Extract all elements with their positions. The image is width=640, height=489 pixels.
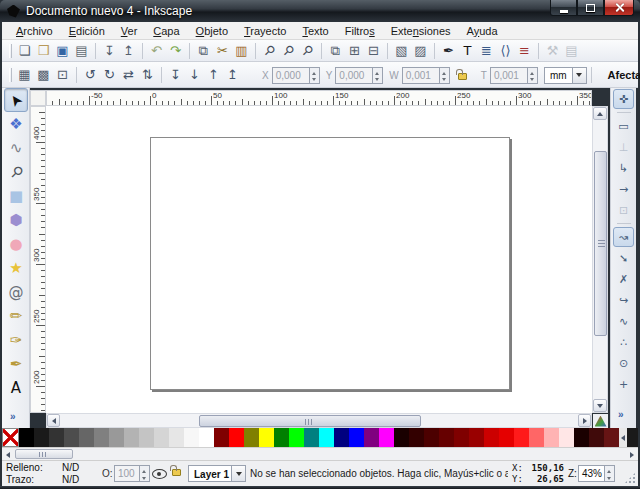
menu-item-edición[interactable]: Edición [61,24,113,38]
palette-swatch[interactable] [79,428,94,447]
palette-swatch[interactable] [334,428,349,447]
opacity-input[interactable]: 100 [114,465,140,482]
minimize-button[interactable] [550,0,577,16]
maximize-button[interactable] [577,0,604,16]
palette-swatch[interactable] [109,428,124,447]
node-tool-button[interactable]: ❖ [4,112,28,136]
spiral-tool-button[interactable]: @ [4,280,28,304]
vertical-ruler[interactable]: 400350300250200 [30,106,46,413]
fill-stroke-indicator[interactable]: Relleno: N/D Trazo: N/D [6,462,106,486]
toolbox-overflow-button[interactable]: » [10,411,16,422]
palette-swatch[interactable] [124,428,139,447]
palette-swatch[interactable] [64,428,79,447]
menu-item-extensiones[interactable]: Extensiones [383,24,459,38]
palette-swatch[interactable] [214,428,229,447]
palette-swatch[interactable] [439,428,454,447]
palette-swatch[interactable] [469,428,484,447]
snap-midpoints-button[interactable]: ∴ [613,332,634,352]
flip-horizontal-button[interactable]: ⇄ [119,65,138,84]
toolbar-grip[interactable] [9,68,12,82]
raise-to-top-button[interactable]: ↥ [223,65,242,84]
unlink-clone-button[interactable]: ⊟ [364,41,383,60]
palette-swatch[interactable] [454,428,469,447]
calligraphy-tool-button[interactable]: ✒ [4,352,28,376]
snap-object-centers-button[interactable]: ⊙ [613,353,634,373]
ungroup-button[interactable]: ▨ [411,41,430,60]
snap-bbox-edges-button[interactable]: ⊥ [613,137,634,157]
snap-bbox-corners-button[interactable]: ↳ [613,158,634,178]
snap-bbox-button[interactable]: ▭ [613,116,634,136]
raise-one-step-button[interactable]: ↑ [204,65,223,84]
y-input[interactable]: 0,000 [335,67,373,84]
preferences-button[interactable]: ⚒ [543,41,562,60]
xml-editor-button[interactable]: ⟨⟩ [496,41,515,60]
palette-scroll-left-button[interactable] [2,449,14,460]
palette-swatch[interactable] [394,428,409,447]
palette-swatch[interactable] [259,428,274,447]
select-all-button[interactable]: ▦ [15,65,34,84]
select-all-layers-button[interactable]: ▩ [34,65,53,84]
color-profile-toggle[interactable] [593,414,608,428]
menu-item-ayuda[interactable]: Ayuda [459,24,506,38]
menu-item-objeto[interactable]: Objeto [188,24,236,38]
width-input[interactable]: 0,001 [402,67,440,84]
horizontal-scrollbar[interactable] [46,413,592,428]
text-dialog-button[interactable]: T [458,41,477,60]
palette-swatch[interactable] [199,428,214,447]
zoom-to-page-button[interactable]: ⚲ [298,41,317,60]
palette-swatch[interactable] [349,428,364,447]
palette-swatch[interactable] [499,428,514,447]
snap-enable-button[interactable]: ✜ [613,89,634,109]
palette-swatch[interactable] [574,428,589,447]
create-clone-button[interactable]: ⊞ [345,41,364,60]
unit-selector[interactable]: mm [544,67,587,84]
pen-tool-button[interactable]: ✑ [4,328,28,352]
menu-item-ver[interactable]: Ver [113,24,146,38]
width-spinner[interactable] [440,67,450,84]
layer-dropdown-button[interactable] [232,465,246,482]
zoom-to-drawing-button[interactable]: ⚲ [279,41,298,60]
layer-lock-icon[interactable] [172,469,181,476]
resize-grip[interactable] [624,472,636,484]
palette-swatch[interactable] [169,428,184,447]
group-button[interactable]: ▧ [392,41,411,60]
height-input[interactable]: 0,001 [490,67,528,84]
menu-item-filtros[interactable]: Filtros [337,24,383,38]
paste-button[interactable]: ▥ [232,41,251,60]
palette-swatch-none[interactable] [2,428,19,447]
redo-button[interactable]: ↷ [166,41,185,60]
palette-swatch[interactable] [139,428,154,447]
palette-swatch[interactable] [544,428,559,447]
palette-swatch[interactable] [604,428,619,447]
menu-item-capa[interactable]: Capa [145,24,187,38]
print-document-button[interactable]: ▤ [72,41,91,60]
snap-cusp-nodes-button[interactable]: ↪ [613,290,634,310]
copy-button[interactable]: ⧉ [194,41,213,60]
height-spinner[interactable] [528,67,538,84]
scroll-left-button[interactable] [47,414,60,427]
save-document-button[interactable]: ▣ [53,41,72,60]
palette-swatch[interactable] [424,428,439,447]
document-properties-button[interactable]: ▤ [562,41,581,60]
opacity-spinner[interactable] [140,465,150,482]
palette-scrollbar[interactable] [2,447,638,460]
toolbar-grip[interactable] [9,44,12,58]
palette-swatch[interactable] [514,428,529,447]
snap-page-border-button[interactable]: + [613,374,634,394]
canvas[interactable] [46,106,592,413]
palette-scrollbar-thumb[interactable] [15,449,73,459]
snap-bbox-edge-midpoints-button[interactable]: → [613,179,634,199]
palette-swatch[interactable] [184,428,199,447]
palette-scroll-right-button[interactable] [626,449,638,460]
menu-item-texto[interactable]: Texto [294,24,336,38]
palette-swatch[interactable] [289,428,304,447]
cut-button[interactable]: ✂ [213,41,232,60]
fill-stroke-dialog-button[interactable]: ✒ [439,41,458,60]
snap-path-intersections-button[interactable]: ✗ [613,269,634,289]
lower-to-bottom-button[interactable]: ↧ [166,65,185,84]
text-tool-button[interactable]: A [4,376,28,400]
titlebar[interactable]: Documento nuevo 4 - Inkscape [0,0,640,22]
palette-swatch[interactable] [19,428,34,447]
unit-dropdown-button[interactable] [573,67,587,84]
palette-swatch[interactable] [229,428,244,447]
